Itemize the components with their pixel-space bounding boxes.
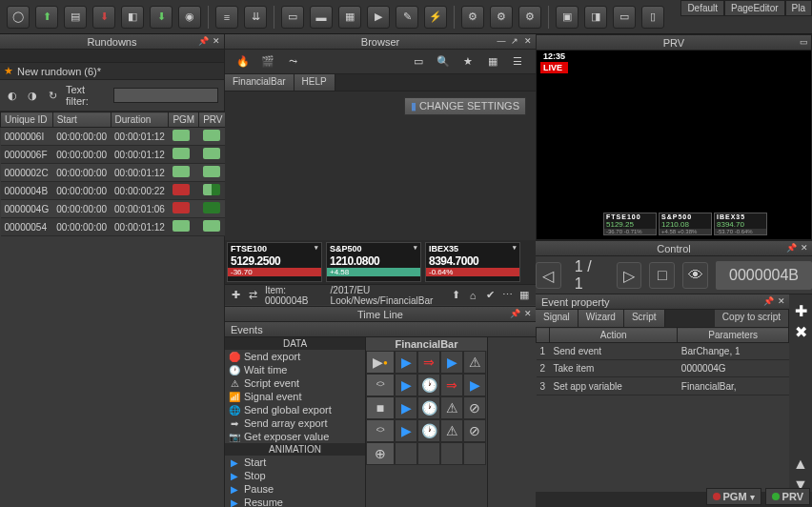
event-item[interactable]: 🕐Wait time bbox=[225, 363, 365, 376]
copy-to-script-button[interactable]: Copy to script bbox=[715, 310, 789, 327]
layout3-icon[interactable]: ▦ bbox=[338, 6, 361, 29]
folder-icon[interactable]: ▭ bbox=[409, 52, 428, 71]
close-icon[interactable]: ✕ bbox=[211, 36, 222, 48]
fb-cell[interactable]: ▶ bbox=[395, 419, 417, 442]
fb-clock-icon[interactable]: 🕐 bbox=[417, 396, 440, 419]
close-icon[interactable]: ✕ bbox=[522, 309, 534, 320]
check-icon[interactable]: ✔ bbox=[484, 288, 496, 303]
pin-icon[interactable]: 📌 bbox=[197, 36, 209, 48]
event-item[interactable]: ➡Send array export bbox=[225, 416, 365, 430]
pencil-icon[interactable]: ✎ bbox=[396, 6, 418, 29]
grid-icon[interactable]: ▦ bbox=[518, 288, 530, 303]
fb-cell[interactable]: ▶ bbox=[395, 396, 417, 419]
eraser-icon[interactable]: ◧ bbox=[121, 6, 144, 29]
fb-cell[interactable]: ⇒ bbox=[417, 351, 440, 374]
list-view-icon[interactable]: ☰ bbox=[508, 52, 527, 71]
layout1-icon[interactable]: ▭ bbox=[281, 6, 304, 29]
pin-icon[interactable]: ↗ bbox=[509, 36, 520, 48]
puzzle-icon[interactable]: ✚ bbox=[231, 288, 242, 303]
gear2-icon[interactable]: ⚙ bbox=[490, 6, 513, 29]
tab-wizard[interactable]: Wizard bbox=[579, 310, 624, 327]
ticker[interactable]: IBEX35 ▾8394.7000-0.64% bbox=[425, 242, 520, 282]
pin-icon[interactable]: 📌 bbox=[785, 243, 797, 254]
fb-add-icon[interactable]: ⊕ bbox=[366, 442, 395, 465]
fb-cell[interactable]: ▶ bbox=[395, 351, 417, 374]
tab-help[interactable]: HELP bbox=[294, 74, 335, 91]
up-icon[interactable]: ⬆ bbox=[450, 288, 461, 303]
search-icon[interactable]: 🔍 bbox=[434, 52, 453, 71]
download-green-icon[interactable]: ⬇ bbox=[150, 6, 173, 29]
play-icon[interactable]: ▶ bbox=[367, 6, 390, 29]
fb-cancel-icon[interactable]: ⊘ bbox=[463, 419, 486, 442]
fb-cell[interactable]: ⇒ bbox=[440, 374, 463, 396]
gear3-icon[interactable]: ⚙ bbox=[518, 6, 541, 29]
close-icon[interactable]: ✕ bbox=[522, 36, 534, 48]
headphones-left-icon[interactable]: ◐ bbox=[6, 88, 20, 103]
tool-h-icon[interactable]: ▯ bbox=[641, 6, 664, 29]
event-item[interactable]: ⚠Script event bbox=[225, 376, 365, 390]
fb-warn-icon[interactable]: ⚠ bbox=[463, 351, 486, 374]
col-dur[interactable]: Duration bbox=[111, 112, 169, 128]
download-red-icon[interactable]: ⬇ bbox=[92, 6, 115, 29]
table-row[interactable]: 0000005400:00:00:0000:00:01:12 bbox=[1, 218, 228, 236]
pgm-toggle[interactable]: PGM ▾ bbox=[706, 488, 761, 505]
fb-cell[interactable]: ▶ bbox=[463, 374, 486, 396]
link-icon[interactable]: ⇄ bbox=[248, 288, 259, 303]
table-row[interactable]: 0000006F00:00:00:0000:00:01:12 bbox=[1, 146, 228, 164]
table-row[interactable]: 0000002C00:00:00:0000:00:01:12 bbox=[1, 164, 228, 182]
upload-icon[interactable]: ⬆ bbox=[35, 6, 58, 29]
event-item[interactable]: 🛑Send export bbox=[225, 350, 365, 363]
prev-button[interactable]: ◁ bbox=[536, 262, 561, 289]
fb-wifi2-icon[interactable]: ⌔ bbox=[366, 419, 395, 442]
fb-cell[interactable]: ▶ bbox=[440, 351, 463, 374]
tool-f-icon[interactable]: ▣ bbox=[556, 6, 579, 29]
fb-warn-icon[interactable]: ⚠ bbox=[440, 419, 463, 442]
fire-icon[interactable]: 🔥 bbox=[233, 52, 253, 71]
path-icon[interactable]: ⤳ bbox=[283, 52, 302, 71]
fb-wifi-icon[interactable]: ⌔ bbox=[366, 374, 395, 396]
filter-input[interactable] bbox=[113, 88, 218, 103]
tool-icon[interactable]: ◯ bbox=[7, 6, 30, 29]
db-icon[interactable]: ≡ bbox=[215, 6, 238, 29]
gear1-icon[interactable]: ⚙ bbox=[461, 6, 484, 29]
change-settings-button[interactable]: ▮ CHANGE SETTINGS bbox=[404, 97, 526, 115]
fb-clock-icon[interactable]: 🕐 bbox=[417, 374, 440, 396]
event-item[interactable]: 📶Signal event bbox=[225, 390, 365, 403]
play-button[interactable]: ▷ bbox=[617, 262, 642, 289]
event-item[interactable]: 📷Get exposer value bbox=[225, 430, 365, 443]
fb-warn-icon[interactable]: ⚠ bbox=[440, 396, 463, 419]
col-pgm[interactable]: PGM bbox=[169, 112, 199, 128]
tab-signal[interactable]: Signal bbox=[536, 310, 579, 327]
prv-toggle[interactable]: PRV bbox=[765, 488, 810, 505]
star-icon[interactable]: ★ bbox=[458, 52, 477, 71]
tab-pla[interactable]: Pla bbox=[785, 0, 812, 16]
fb-stop-icon[interactable]: ■ bbox=[366, 396, 395, 419]
event-item[interactable]: ▶Stop bbox=[225, 469, 365, 482]
sheet-icon[interactable]: ▤ bbox=[64, 6, 87, 29]
home-icon[interactable]: ⌂ bbox=[467, 288, 478, 303]
tab-script[interactable]: Script bbox=[624, 310, 665, 327]
col-start[interactable]: Start bbox=[52, 112, 111, 128]
table-row[interactable]: 3Set app variableFinancialBar, bbox=[537, 377, 789, 395]
move-up-icon[interactable]: ▲ bbox=[793, 456, 808, 471]
table-row[interactable]: 2Take item0000004G bbox=[537, 360, 789, 377]
headphones-mid-icon[interactable]: ◑ bbox=[26, 88, 40, 103]
add-row-icon[interactable]: ✚ bbox=[793, 302, 808, 317]
close-icon[interactable]: ▭ bbox=[798, 37, 809, 49]
tab-financialbar[interactable]: FinancialBar bbox=[225, 74, 294, 91]
timeline-canvas[interactable] bbox=[488, 337, 536, 507]
table-row[interactable]: 0000004G00:00:00:0000:00:01:06 bbox=[1, 200, 228, 218]
eye-button[interactable]: 👁 bbox=[682, 262, 708, 289]
camera-icon[interactable]: ◉ bbox=[178, 6, 201, 29]
col-prv[interactable]: PRV bbox=[199, 112, 227, 128]
tab-pageeditor[interactable]: PageEditor bbox=[724, 0, 784, 16]
refresh-icon[interactable]: ↻ bbox=[46, 88, 60, 103]
col-id[interactable]: Unique ID bbox=[1, 112, 53, 128]
dots-icon[interactable]: ⋯ bbox=[501, 288, 513, 303]
tab-default[interactable]: Default bbox=[680, 0, 724, 16]
ticker[interactable]: S&P500 ▾1210.0800+4.58 bbox=[326, 242, 421, 282]
close-icon[interactable]: ✕ bbox=[799, 243, 810, 254]
table-row[interactable]: 1Send eventBarChange, 1 bbox=[537, 343, 789, 360]
close-icon[interactable]: ✕ bbox=[776, 296, 787, 308]
fb-cancel-icon[interactable]: ⊘ bbox=[463, 396, 486, 419]
